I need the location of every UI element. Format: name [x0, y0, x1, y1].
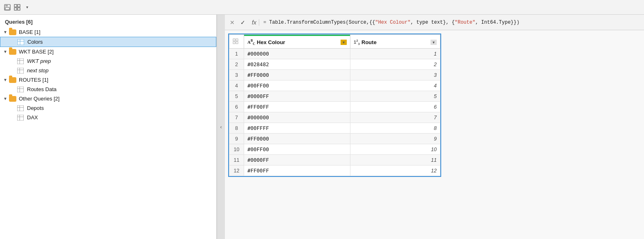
col-hex-dropdown-button[interactable]: ▾: [341, 40, 347, 45]
sidebar-group-base[interactable]: ▼ BASE [1]: [0, 27, 216, 37]
cell-route: 7: [350, 112, 440, 123]
cell-route: 3: [350, 70, 440, 80]
cell-rownum: 10: [229, 144, 244, 155]
svg-rect-10: [17, 58, 24, 64]
sidebar-item-wkt-prep-label: WKT prep: [27, 58, 51, 64]
grid-icon[interactable]: [13, 3, 21, 11]
cell-route: 2: [350, 59, 440, 70]
cell-rownum: 7: [229, 112, 244, 123]
table-row: 11 #0000FF 11: [229, 155, 440, 165]
table-icon-depots: [17, 105, 24, 111]
data-area: ABC Hex Colour ▾ 123 Route ▾: [225, 30, 644, 239]
col-route-dropdown-button[interactable]: ▾: [431, 40, 437, 45]
col-hex-type-icon: ABC: [247, 39, 255, 46]
svg-rect-5: [14, 8, 17, 10]
svg-rect-28: [236, 42, 238, 44]
cell-hex: #0000FF: [244, 155, 350, 165]
cell-hex: #00FF00: [244, 80, 350, 91]
table-icon-next-stop: [17, 68, 24, 74]
formula-bar: ✕ ✓ fx = Table.TransformColumnTypes(Sour…: [225, 15, 644, 30]
svg-rect-4: [18, 4, 20, 7]
cell-rownum: 5: [229, 91, 244, 102]
table-icon-wkt-prep: [17, 58, 24, 64]
toolbar: ▾: [0, 0, 644, 15]
formula-expression: = Table.TransformColumnTypes(Source,{{"H…: [263, 20, 641, 25]
cell-rownum: 8: [229, 123, 244, 134]
cell-route: 8: [350, 123, 440, 134]
cell-route: 12: [350, 165, 440, 176]
sidebar-collapse-button[interactable]: ‹: [217, 15, 225, 239]
cell-rownum: 2: [229, 59, 244, 70]
table-icon-routes-data: [17, 87, 24, 92]
sidebar-item-next-stop-label: next stop: [27, 67, 49, 74]
cell-hex: #000000: [244, 112, 350, 123]
expand-icon: ▼: [3, 50, 7, 54]
svg-rect-19: [17, 105, 24, 111]
sidebar-item-depots-label: Depots: [27, 105, 44, 111]
cell-rownum: 4: [229, 80, 244, 91]
formula-fx-label: fx: [249, 19, 259, 26]
save-icon[interactable]: [3, 3, 11, 11]
svg-rect-1: [5, 4, 8, 7]
sidebar-item-wkt-prep[interactable]: WKT prep: [0, 56, 216, 66]
data-table: ABC Hex Colour ▾ 123 Route ▾: [229, 34, 440, 176]
cell-route: 10: [350, 144, 440, 155]
formula-confirm-button[interactable]: ✓: [239, 18, 247, 27]
cell-hex: #00FF00: [244, 144, 350, 155]
sidebar-group-other-label: Other Queries [2]: [19, 96, 60, 102]
sidebar-item-routes-data-label: Routes Data: [27, 86, 56, 92]
cell-route: 11: [350, 155, 440, 165]
cell-hex: #0000FF: [244, 91, 350, 102]
sidebar-item-next-stop[interactable]: next stop: [0, 66, 216, 75]
cell-hex: #00FFFF: [244, 123, 350, 134]
cell-route: 5: [350, 91, 440, 102]
table-row: 7 #000000 7: [229, 112, 440, 123]
col-hex-label: Hex Colour: [257, 39, 285, 45]
table-row: 3 #FF0000 3: [229, 70, 440, 80]
svg-rect-13: [17, 68, 24, 74]
expand-icon: ▼: [3, 97, 7, 101]
cell-hex: #FF0000: [244, 134, 350, 144]
sidebar-content: ▼ BASE [1] Colors ▼ WKT BASE [2] W: [0, 27, 216, 239]
table-row: 2 #028482 2: [229, 59, 440, 70]
queries-header: Queries [6]: [0, 15, 216, 27]
sidebar-group-wkt-label: WKT BASE [2]: [19, 49, 54, 55]
cell-rownum: 6: [229, 102, 244, 112]
formula-cancel-button[interactable]: ✕: [228, 18, 236, 27]
cell-hex: #000000: [244, 49, 350, 59]
sidebar-item-routes-data[interactable]: Routes Data: [0, 85, 216, 94]
cell-rownum: 12: [229, 165, 244, 176]
table-row: 5 #0000FF 5: [229, 91, 440, 102]
col-header-rownum: [229, 35, 244, 49]
cell-route: 1: [350, 49, 440, 59]
sidebar-item-colors[interactable]: Colors: [0, 37, 216, 47]
sidebar-item-dax-label: DAX: [27, 114, 38, 121]
col-header-hex: ABC Hex Colour ▾: [244, 35, 350, 49]
table-icon-dax: [17, 115, 24, 121]
svg-rect-2: [5, 7, 9, 10]
col-header-route: 123 Route ▾: [350, 35, 440, 49]
cell-hex: #028482: [244, 59, 350, 70]
sidebar-item-depots[interactable]: Depots: [0, 103, 216, 113]
svg-rect-7: [18, 39, 24, 45]
sidebar-group-other[interactable]: ▼ Other Queries [2]: [0, 94, 216, 103]
folder-icon-other: [9, 96, 16, 102]
cell-rownum: 9: [229, 134, 244, 144]
dropdown-arrow-icon[interactable]: ▾: [23, 3, 31, 11]
svg-rect-26: [236, 39, 238, 41]
col-route-label: Route: [361, 39, 377, 45]
table-row: 9 #FF0000 9: [229, 134, 440, 144]
folder-icon-wkt: [9, 49, 16, 55]
sidebar-group-base-label: BASE [1]: [19, 29, 40, 35]
cell-rownum: 3: [229, 70, 244, 80]
table-icon-colors: [18, 39, 24, 45]
table-row: 8 #00FFFF 8: [229, 123, 440, 134]
svg-rect-6: [18, 8, 20, 10]
sidebar-group-routes[interactable]: ▼ ROUTES [1]: [0, 75, 216, 85]
data-table-wrapper: ABC Hex Colour ▾ 123 Route ▾: [228, 34, 441, 177]
table-row: 6 #FF00FF 6: [229, 102, 440, 112]
table-row: 12 #FF00FF 12: [229, 165, 440, 176]
cell-rownum: 1: [229, 49, 244, 59]
sidebar-item-dax[interactable]: DAX: [0, 113, 216, 122]
sidebar-group-wkt-base[interactable]: ▼ WKT BASE [2]: [0, 47, 216, 56]
